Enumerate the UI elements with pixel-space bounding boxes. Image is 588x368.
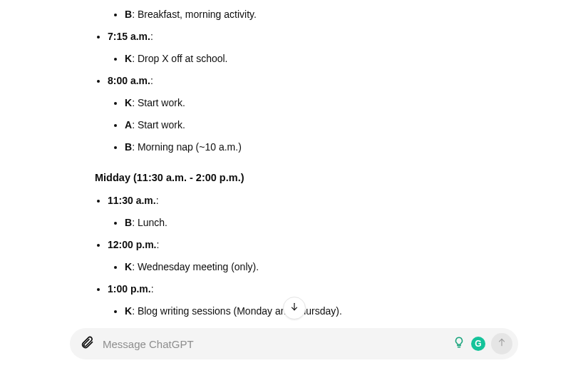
- item-text: Drop X off at school.: [138, 53, 228, 64]
- item-text: Wednesday meeting (only).: [138, 261, 259, 272]
- list-item: B: Lunch.: [125, 215, 524, 230]
- arrow-down-icon: [289, 302, 299, 315]
- list-item: K: Drop X off at school.: [125, 51, 524, 66]
- list-item: A: Start work.: [125, 118, 524, 133]
- item-text: Morning nap (~10 a.m.): [138, 141, 242, 153]
- list-item: B: Morning nap (~10 a.m.): [125, 140, 524, 155]
- section-heading-midday: Midday (11:30 a.m. - 2:00 p.m.): [95, 170, 524, 186]
- list-item: K: Blog writing sessions (Monday and Thu…: [125, 304, 524, 319]
- person-label: B: [125, 217, 132, 228]
- time-label: 1:00 p.m.: [108, 283, 151, 295]
- grammarly-icon[interactable]: G: [471, 337, 485, 351]
- message-input[interactable]: [101, 337, 445, 351]
- chat-message-content: B: Breakfast, morning activity. 7:15 a.m…: [82, 0, 524, 325]
- lightbulb-icon: [453, 339, 465, 351]
- message-input-bar: G: [70, 328, 518, 359]
- item-text: Breakfast, morning activity.: [138, 9, 257, 20]
- grammarly-letter: G: [475, 339, 481, 349]
- send-button[interactable]: [491, 333, 512, 354]
- person-label: K: [125, 53, 132, 64]
- person-label: K: [125, 97, 132, 108]
- time-block: 7:15 a.m.:: [108, 29, 524, 44]
- person-label: K: [125, 261, 132, 272]
- time-label: 12:00 p.m.: [108, 239, 156, 250]
- attach-file-button[interactable]: [80, 335, 94, 352]
- list-item: K: Start work.: [125, 96, 524, 111]
- time-block: 12:00 p.m.:: [108, 237, 524, 252]
- list-item: K: Wednesday meeting (only).: [125, 260, 524, 275]
- list-item: B: Breakfast, morning activity.: [82, 7, 524, 22]
- time-label: 7:15 a.m.: [108, 31, 150, 42]
- hints-button[interactable]: [453, 336, 465, 352]
- list-item: B: Breakfast, morning activity.: [125, 7, 524, 22]
- time-label: 8:00 a.m.: [108, 75, 150, 86]
- person-label: K: [125, 305, 132, 317]
- time-label: 11:30 a.m.: [108, 195, 156, 206]
- time-block: 11:30 a.m.:: [108, 193, 524, 208]
- paperclip-icon: [80, 335, 94, 352]
- item-text: Start work.: [138, 119, 185, 131]
- person-label: A: [125, 119, 132, 131]
- item-text: Lunch.: [138, 217, 167, 228]
- item-text: Blog writing sessions (Monday and Thursd…: [138, 305, 342, 317]
- scroll-to-bottom-button[interactable]: [283, 297, 306, 320]
- item-text: Start work.: [138, 97, 185, 108]
- time-block: 8:00 a.m.:: [108, 73, 524, 88]
- arrow-up-icon: [497, 337, 507, 350]
- time-block: 1:00 p.m.:: [108, 282, 524, 297]
- person-label: B: [125, 9, 132, 20]
- person-label: B: [125, 141, 132, 153]
